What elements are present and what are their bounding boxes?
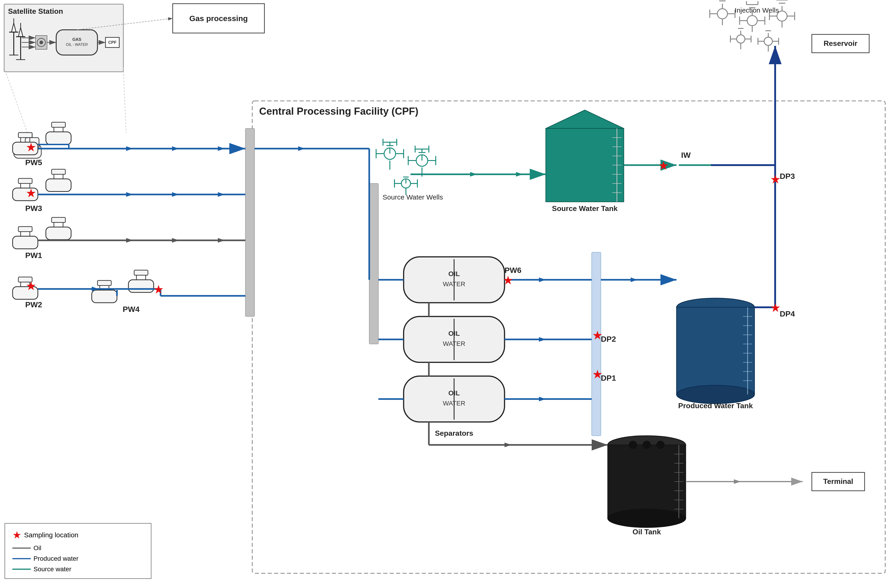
cpf-title: Central Processing Facility (CPF) <box>259 105 418 117</box>
svg-rect-196 <box>128 280 154 292</box>
svg-rect-31 <box>252 101 885 573</box>
svg-point-18 <box>40 41 43 44</box>
svg-rect-157 <box>404 376 504 422</box>
dp3-star: ★ <box>770 173 781 186</box>
dp2-label: DP2 <box>601 335 616 343</box>
svg-text:Gas processing: Gas processing <box>189 14 248 23</box>
legend-oil-row: Oil <box>12 544 143 552</box>
svg-point-141 <box>764 37 773 46</box>
svg-point-58 <box>643 441 651 449</box>
svg-marker-33 <box>546 110 624 128</box>
legend-sampling-row: ★ Sampling location <box>12 529 143 541</box>
pw3-star: ★ <box>26 186 37 200</box>
dp4-star: ★ <box>770 301 781 314</box>
legend-produced-water-label: Produced water <box>34 555 78 562</box>
svg-marker-235 <box>631 277 637 282</box>
pw3-label: PW3 <box>25 204 42 213</box>
svg-text:GAS: GAS <box>72 37 81 42</box>
svg-rect-16 <box>35 35 47 49</box>
svg-marker-208 <box>218 146 225 151</box>
pw2-star: ★ <box>26 279 37 292</box>
svg-rect-200 <box>245 128 254 317</box>
legend-oil-label: Oil <box>34 544 41 552</box>
svg-point-100 <box>717 9 727 19</box>
svg-rect-167 <box>18 133 32 138</box>
svg-line-30 <box>77 18 173 30</box>
svg-rect-32 <box>546 128 624 202</box>
pw4-star: ★ <box>153 283 164 296</box>
svg-point-68 <box>384 148 396 159</box>
svg-rect-55 <box>608 445 686 518</box>
svg-rect-149 <box>404 257 504 303</box>
svg-rect-20 <box>56 30 98 55</box>
iw-star: ★ <box>658 159 669 172</box>
pw5-label: PW5 <box>25 158 42 167</box>
pw5-star: ★ <box>26 140 37 154</box>
svg-rect-176 <box>46 179 71 192</box>
pw2-label: PW2 <box>25 300 42 309</box>
svg-marker-212 <box>218 192 225 197</box>
svg-text:OIL: OIL <box>448 329 460 337</box>
svg-text:WATER: WATER <box>443 340 465 347</box>
legend-sampling-label: Sampling location <box>24 531 78 539</box>
produced-water-tank-label: Produced Water Tank <box>678 402 753 410</box>
separators-label: Separators <box>435 429 473 437</box>
svg-rect-172 <box>13 188 38 201</box>
source-water-tank-label: Source Water Tank <box>552 204 618 213</box>
svg-marker-242 <box>470 172 477 177</box>
svg-rect-259 <box>812 472 865 491</box>
legend-source-water-row: Source water <box>12 565 143 573</box>
svg-rect-184 <box>46 227 71 240</box>
svg-rect-183 <box>18 227 32 232</box>
injection-wells-label: Injection Wells <box>735 6 779 14</box>
reservoir-label: Reservoir <box>824 39 858 47</box>
svg-text:OIL - WATER: OIL - WATER <box>66 43 88 47</box>
svg-marker-214 <box>126 238 133 243</box>
legend-produced-water-row: Produced water <box>12 555 143 562</box>
svg-rect-202 <box>592 252 601 436</box>
svg-marker-215 <box>172 238 179 243</box>
svg-point-59 <box>656 441 664 449</box>
pw1-label: PW1 <box>25 251 42 260</box>
svg-rect-175 <box>18 178 32 183</box>
svg-marker-231 <box>539 277 546 282</box>
svg-line-27 <box>123 68 126 133</box>
svg-rect-171 <box>52 122 66 127</box>
svg-text:OIL: OIL <box>448 389 460 397</box>
svg-line-9 <box>18 27 21 37</box>
svg-rect-199 <box>134 270 148 275</box>
legend-source-water-label: Source water <box>34 565 71 573</box>
pw4-label: PW4 <box>123 305 140 314</box>
svg-rect-201 <box>369 183 378 344</box>
svg-rect-258 <box>812 34 869 53</box>
dp4-label: DP4 <box>780 309 795 318</box>
svg-text:CPF: CPF <box>108 40 116 45</box>
svg-marker-210 <box>126 192 133 197</box>
iw-label: IW <box>681 151 691 159</box>
dp2-star: ★ <box>592 329 603 342</box>
svg-rect-161 <box>14 145 41 158</box>
svg-marker-220 <box>92 287 99 291</box>
svg-rect-162 <box>25 138 39 149</box>
satellite-station-title: Satellite Station <box>8 7 63 15</box>
svg-marker-224 <box>298 146 305 151</box>
svg-point-133 <box>737 35 745 43</box>
terminal-label: Terminal <box>823 477 853 486</box>
svg-marker-207 <box>172 146 179 151</box>
svg-rect-153 <box>404 317 504 363</box>
svg-line-3 <box>11 23 14 32</box>
legend: ★ Sampling location Oil Produced water S… <box>5 523 151 579</box>
dp1-star: ★ <box>592 368 603 381</box>
svg-point-56 <box>608 509 686 527</box>
svg-point-42 <box>677 298 754 317</box>
dp1-label: DP1 <box>601 373 616 382</box>
svg-marker-206 <box>126 146 133 151</box>
svg-line-4 <box>14 23 16 32</box>
svg-point-54 <box>608 436 686 454</box>
pw6-label: PW6 <box>504 266 521 274</box>
svg-rect-164 <box>13 142 38 155</box>
svg-point-122 <box>777 11 787 21</box>
legend-star-icon: ★ <box>12 529 21 541</box>
svg-rect-192 <box>92 290 117 303</box>
svg-line-10 <box>21 27 23 37</box>
